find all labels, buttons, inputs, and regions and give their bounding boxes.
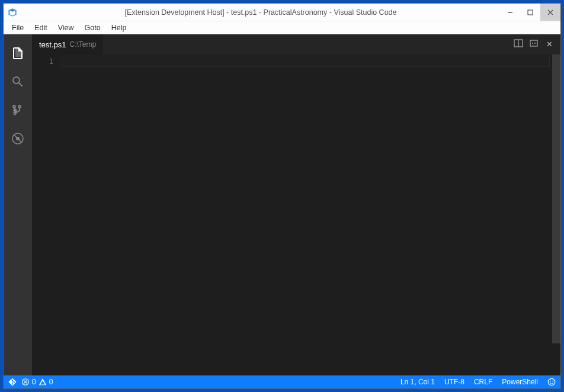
svg-rect-6 bbox=[530, 40, 537, 46]
maximize-button[interactable] bbox=[520, 4, 540, 21]
menu-help[interactable]: Help bbox=[107, 23, 132, 33]
editor-area: test.ps1 C:\Temp × 1 bbox=[32, 34, 560, 375]
titlebar: [Extension Development Host] - test.ps1 … bbox=[4, 4, 560, 21]
menu-goto[interactable]: Goto bbox=[80, 23, 105, 33]
status-feedback-icon[interactable] bbox=[547, 378, 556, 386]
close-button[interactable] bbox=[540, 4, 560, 21]
current-line-highlight bbox=[62, 56, 550, 67]
search-icon[interactable] bbox=[4, 68, 32, 96]
menu-edit[interactable]: Edit bbox=[30, 23, 52, 33]
status-eol[interactable]: CRLF bbox=[474, 378, 492, 386]
close-editor-icon[interactable]: × bbox=[544, 39, 555, 50]
tab-path: C:\Temp bbox=[70, 40, 97, 49]
scrollbar-thumb[interactable] bbox=[552, 54, 560, 343]
tab-filename: test.ps1 bbox=[39, 40, 66, 49]
line-gutter: 1 bbox=[32, 54, 62, 375]
app-body: test.ps1 C:\Temp × 1 bbox=[4, 34, 560, 375]
window: [Extension Development Host] - test.ps1 … bbox=[3, 3, 561, 389]
status-language-mode[interactable]: PowerShell bbox=[502, 378, 538, 386]
status-problems[interactable]: 0 0 bbox=[21, 378, 53, 386]
status-errors-count: 0 bbox=[32, 378, 36, 386]
editor-content[interactable] bbox=[62, 54, 552, 375]
app-icon bbox=[4, 8, 21, 17]
svg-point-10 bbox=[548, 378, 555, 385]
tab-actions: × bbox=[514, 38, 560, 50]
vertical-scrollbar[interactable] bbox=[552, 54, 560, 375]
split-editor-icon[interactable] bbox=[514, 38, 523, 50]
more-actions-icon[interactable] bbox=[529, 38, 539, 50]
svg-point-3 bbox=[16, 137, 20, 140]
editor-tabs: test.ps1 C:\Temp × bbox=[32, 34, 560, 54]
status-git-icon[interactable] bbox=[8, 378, 17, 386]
window-title: [Extension Development Host] - test.ps1 … bbox=[21, 8, 500, 17]
minimize-button[interactable] bbox=[500, 4, 520, 21]
explorer-icon[interactable] bbox=[4, 39, 32, 68]
svg-rect-1 bbox=[528, 10, 533, 15]
status-warnings-count: 0 bbox=[49, 378, 53, 386]
svg-point-11 bbox=[550, 381, 551, 382]
window-controls bbox=[500, 4, 560, 21]
activity-bar bbox=[4, 34, 32, 375]
editor[interactable]: 1 bbox=[32, 54, 560, 375]
debug-icon[interactable] bbox=[4, 124, 32, 153]
menubar: File Edit View Goto Help bbox=[4, 21, 560, 34]
source-control-icon[interactable] bbox=[4, 96, 32, 124]
menu-file[interactable]: File bbox=[7, 23, 28, 33]
svg-rect-0 bbox=[508, 12, 512, 13]
line-number: 1 bbox=[32, 57, 53, 66]
status-encoding[interactable]: UTF-8 bbox=[444, 378, 464, 386]
svg-point-7 bbox=[532, 43, 533, 44]
menu-view[interactable]: View bbox=[53, 23, 79, 33]
status-bar: 0 0 Ln 1, Col 1 UTF-8 CRLF PowerShell bbox=[4, 375, 560, 388]
tab-active[interactable]: test.ps1 C:\Temp bbox=[32, 34, 103, 54]
svg-point-8 bbox=[534, 43, 536, 44]
status-cursor-position[interactable]: Ln 1, Col 1 bbox=[400, 378, 435, 386]
svg-point-12 bbox=[552, 381, 553, 382]
